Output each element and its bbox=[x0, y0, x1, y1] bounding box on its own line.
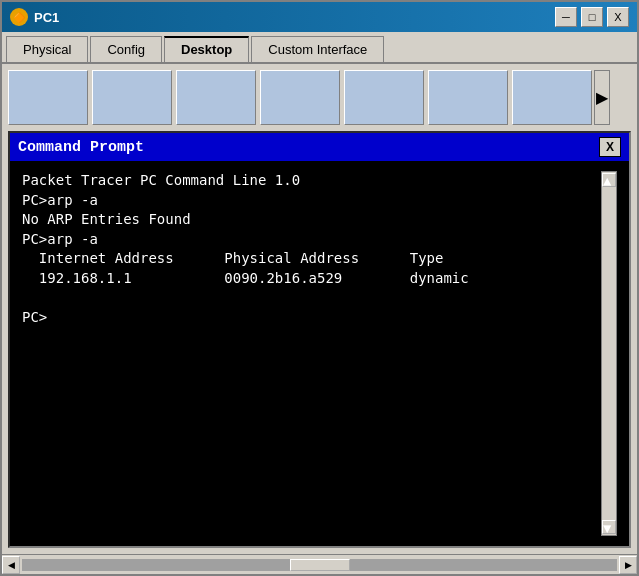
minimize-button[interactable]: ─ bbox=[555, 7, 577, 27]
desktop-icon-7[interactable] bbox=[512, 70, 592, 125]
title-bar-buttons: ─ □ X bbox=[555, 7, 629, 27]
title-bar: 🔶 PC1 ─ □ X bbox=[2, 2, 637, 32]
scroll-down-arrow[interactable]: ▼ bbox=[602, 520, 616, 534]
command-prompt-title: Command Prompt bbox=[18, 139, 144, 156]
terminal-text: Packet Tracer PC Command Line 1.0 PC>arp… bbox=[22, 171, 601, 328]
scrollbar-thumb[interactable] bbox=[290, 559, 350, 571]
scroll-up-arrow[interactable]: ▲ bbox=[602, 173, 616, 187]
tab-desktop[interactable]: Desktop bbox=[164, 36, 249, 62]
tab-custom-interface[interactable]: Custom Interface bbox=[251, 36, 384, 62]
scroll-right-button[interactable]: ▶ bbox=[619, 556, 637, 574]
maximize-button[interactable]: □ bbox=[581, 7, 603, 27]
window-icon: 🔶 bbox=[10, 8, 28, 26]
terminal[interactable]: Packet Tracer PC Command Line 1.0 PC>arp… bbox=[10, 161, 629, 546]
tab-config[interactable]: Config bbox=[90, 36, 162, 62]
command-window: Command Prompt X Packet Tracer PC Comman… bbox=[8, 131, 631, 548]
tab-bar: Physical Config Desktop Custom Interface bbox=[2, 32, 637, 64]
command-close-button[interactable]: X bbox=[599, 137, 621, 157]
desktop-icon-2[interactable] bbox=[92, 70, 172, 125]
scroll-left-button[interactable]: ◀ bbox=[2, 556, 20, 574]
bottom-scrollbar: ◀ ▶ bbox=[2, 554, 637, 574]
command-title-bar: Command Prompt X bbox=[10, 133, 629, 161]
desktop-icon-5[interactable] bbox=[344, 70, 424, 125]
terminal-content[interactable]: Packet Tracer PC Command Line 1.0 PC>arp… bbox=[22, 171, 601, 536]
desktop-icon-6[interactable] bbox=[428, 70, 508, 125]
main-window: 🔶 PC1 ─ □ X Physical Config Desktop Cust… bbox=[0, 0, 639, 576]
desktop-icon-1[interactable] bbox=[8, 70, 88, 125]
tab-physical[interactable]: Physical bbox=[6, 36, 88, 62]
desktop-icon-3[interactable] bbox=[176, 70, 256, 125]
terminal-scrollbar[interactable]: ▲ ▼ bbox=[601, 171, 617, 536]
icon-strip bbox=[8, 70, 592, 125]
desktop-icon-4[interactable] bbox=[260, 70, 340, 125]
content-area: ▶ Command Prompt X Packet Tracer PC Comm… bbox=[2, 64, 637, 554]
close-button[interactable]: X bbox=[607, 7, 629, 27]
scroll-right-icon[interactable]: ▶ bbox=[594, 70, 610, 125]
scrollbar-track bbox=[22, 559, 617, 571]
window-title: PC1 bbox=[34, 10, 555, 25]
